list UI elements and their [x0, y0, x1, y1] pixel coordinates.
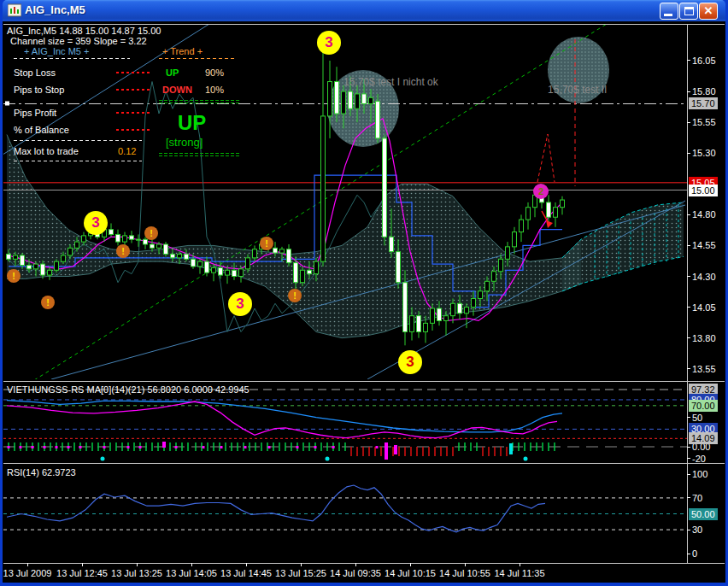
- alert-marker[interactable]: !: [116, 244, 130, 258]
- signal-separator: [159, 100, 239, 103]
- hist-dot-cyan: [524, 457, 528, 461]
- number-marker[interactable]: 3: [84, 211, 108, 235]
- maximize-button[interactable]: [679, 3, 698, 20]
- candle-body: [362, 94, 367, 104]
- price-axis-label: 14.05: [692, 302, 716, 313]
- line-handle: [5, 101, 9, 105]
- candle-body: [178, 255, 182, 258]
- candle-body: [253, 249, 257, 258]
- candle-body: [376, 102, 380, 138]
- number-marker[interactable]: 2: [533, 184, 549, 199]
- alert-marker[interactable]: !: [288, 289, 302, 302]
- time-axis-tick: [410, 563, 411, 566]
- price-axis-label: 15.55: [692, 117, 716, 127]
- alert-marker[interactable]: !: [7, 269, 21, 283]
- hist-dot: [127, 446, 130, 448]
- minimize-button[interactable]: [660, 3, 678, 20]
- price-axis-label: 14.30: [692, 272, 716, 282]
- hist-dot: [68, 446, 70, 448]
- splitter-2[interactable]: [3, 463, 725, 464]
- candle-body: [390, 237, 394, 251]
- candle-body: [499, 259, 503, 271]
- candle-body: [451, 303, 455, 315]
- candle-body: [485, 281, 490, 291]
- indicator2-canvas[interactable]: [3, 465, 687, 562]
- number-marker[interactable]: 3: [228, 292, 252, 316]
- hist-dot: [175, 446, 178, 448]
- candle-body: [431, 308, 435, 323]
- alert-marker[interactable]: !: [144, 226, 158, 240]
- price-axis-label: 16.05: [692, 56, 716, 66]
- price-tag: 15.70: [689, 97, 718, 109]
- hist-dot: [79, 446, 82, 448]
- candle-body: [506, 247, 510, 259]
- trend-down-value: 10%: [205, 85, 224, 95]
- price-axis-tick: [687, 245, 690, 246]
- candle-body: [308, 270, 312, 273]
- candle-body: [478, 291, 483, 299]
- indicator1-axis-tag: 14.09: [689, 432, 718, 444]
- candle-body: [137, 239, 141, 240]
- alert-marker[interactable]: !: [41, 296, 55, 309]
- candle-body: [41, 264, 45, 275]
- price-axis-label: 15.30: [692, 148, 716, 158]
- red-zigzag: [537, 134, 555, 182]
- candle-body: [34, 264, 38, 269]
- panel-row-pips-to-stop: Pips to Stop: [14, 85, 64, 95]
- hist-dot: [314, 446, 317, 448]
- candle-body: [513, 232, 517, 247]
- window-title: AIG_Inc,M5: [25, 3, 85, 16]
- pips-to-stop-value-dashes: [116, 89, 150, 91]
- candle-body: [150, 244, 155, 248]
- rsi-axis-label: 100: [692, 469, 707, 479]
- ichimoku-future-cloud: [562, 202, 684, 291]
- maximize-icon: [684, 7, 694, 15]
- trend-signal: UP: [178, 111, 206, 135]
- hist-dot: [32, 446, 34, 448]
- candle-body: [246, 258, 250, 269]
- hist-dot: [20, 446, 22, 448]
- candle-body: [212, 267, 216, 272]
- chart-annotation[interactable]: 15,70$ test I nicht ok: [343, 76, 438, 88]
- candle-body: [383, 138, 387, 237]
- candle-body: [547, 202, 551, 217]
- candle-body: [82, 236, 86, 242]
- price-axis-tick: [687, 122, 690, 123]
- indicator2-label: RSI(14) 62.9723: [7, 467, 76, 478]
- alert-marker[interactable]: !: [260, 237, 273, 250]
- trend-strength: [strong]: [166, 136, 203, 149]
- candle-body: [437, 308, 442, 320]
- pips-profit-value-dashes: [116, 112, 150, 114]
- number-marker[interactable]: 3: [317, 31, 341, 55]
- time-axis-tick: [137, 563, 138, 566]
- price-tag: 15.00: [689, 185, 718, 196]
- chart-annotation[interactable]: 15,70$ test II: [548, 84, 607, 96]
- splitter-1[interactable]: [3, 381, 725, 382]
- titlebar[interactable]: AIG_Inc,M5 ✕: [3, 0, 725, 21]
- candle-body: [424, 323, 428, 331]
- rsi-axis-label: 30: [692, 524, 702, 535]
- hist-dot: [8, 446, 10, 448]
- time-axis-tick: [520, 563, 520, 566]
- candle-body: [68, 248, 73, 255]
- indicator1-axis-tag: 70.00: [689, 400, 718, 412]
- trend-up-label: UP: [166, 67, 179, 78]
- close-button[interactable]: ✕: [699, 3, 718, 20]
- chart-top-border: [3, 24, 725, 25]
- candle-body: [27, 266, 32, 269]
- hist-dot: [139, 446, 142, 448]
- candle-body: [55, 261, 59, 270]
- price-axis-tick: [687, 91, 690, 92]
- candle-body: [226, 270, 230, 275]
- number-marker[interactable]: 3: [398, 350, 422, 374]
- price-axis-label: 13.80: [692, 333, 716, 343]
- hist-dot: [56, 446, 58, 448]
- candle-body: [520, 220, 524, 231]
- price-axis-tick: [687, 60, 690, 61]
- trend-header: + Trend +: [162, 46, 203, 56]
- candle-body: [403, 283, 408, 332]
- candle-body: [280, 249, 285, 253]
- candle-body: [144, 239, 148, 244]
- candle-body: [239, 269, 244, 277]
- price-axis-label: 14.80: [692, 209, 716, 220]
